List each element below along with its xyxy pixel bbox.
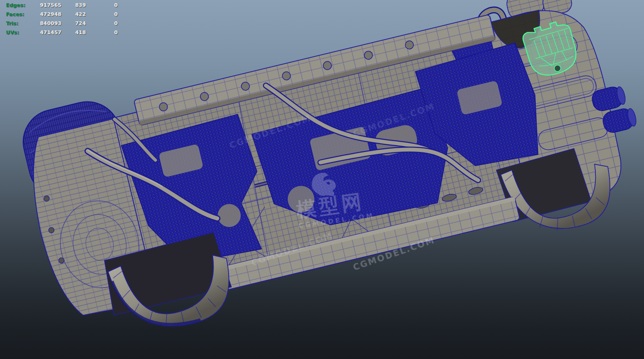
hud-faces-total: 472948: [40, 11, 56, 17]
hud-label-uvs: UVs:: [6, 30, 40, 35]
car-underside-model[interactable]: [12, 0, 644, 353]
hud-edges-component: 0: [86, 2, 118, 8]
hud-uvs-selected: 418: [56, 30, 86, 35]
hud-tris-component: 0: [86, 20, 118, 26]
hud-tris-total: 840093: [40, 20, 56, 26]
3d-viewport[interactable]: Edges: 917565 839 0 Faces: 472948 422 0 …: [0, 0, 644, 359]
viewport-model-car-underside[interactable]: [0, 0, 644, 359]
hud-uvs-total: 471457: [40, 30, 56, 35]
hud-edges-total: 917565: [40, 2, 56, 8]
hud-uvs-component: 0: [86, 30, 118, 35]
hud-tris-selected: 724: [56, 20, 86, 26]
hud-edges-selected: 839: [56, 2, 86, 8]
hud-faces-selected: 422: [56, 11, 86, 17]
hud-label-faces: Faces:: [6, 11, 40, 17]
poly-count-hud: Edges: 917565 839 0 Faces: 472948 422 0 …: [6, 0, 118, 37]
hud-label-edges: Edges:: [6, 2, 40, 8]
hud-label-tris: Tris:: [6, 20, 40, 26]
hud-faces-component: 0: [86, 11, 118, 17]
